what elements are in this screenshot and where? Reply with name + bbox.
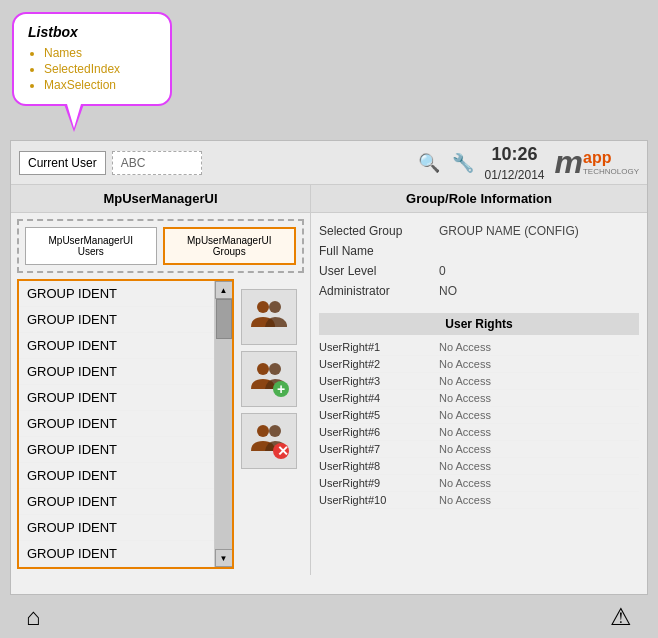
list-item[interactable]: GROUP IDENT	[19, 515, 214, 541]
full-name-label: Full Name	[319, 244, 439, 258]
tabs-row: MpUserManagerUI Users MpUserManagerUI Gr…	[17, 219, 304, 273]
svg-point-2	[257, 363, 269, 375]
rights-label: UserRight#2	[319, 358, 439, 370]
administrator-row: Administrator NO	[319, 281, 639, 301]
rights-value: No Access	[439, 375, 491, 387]
group-list: GROUP IDENTGROUP IDENTGROUP IDENTGROUP I…	[19, 281, 214, 567]
rights-value: No Access	[439, 426, 491, 438]
svg-point-3	[269, 363, 281, 375]
rights-label: UserRight#9	[319, 477, 439, 489]
remove-group-button[interactable]: ✕	[241, 413, 297, 469]
list-item[interactable]: GROUP IDENT	[19, 437, 214, 463]
tooltip-list: Names SelectedIndex MaxSelection	[28, 46, 156, 92]
footer-bar: ⌂ ⚠	[10, 594, 648, 638]
tab-groups[interactable]: MpUserManagerUI Groups	[163, 227, 297, 265]
list-item[interactable]: GROUP IDENT	[19, 333, 214, 359]
user-level-value: 0	[439, 264, 446, 278]
svg-point-1	[269, 301, 281, 313]
warning-icon[interactable]: ⚠	[610, 603, 632, 631]
list-item[interactable]: GROUP IDENT	[19, 359, 214, 385]
rights-row: UserRight#5No Access	[319, 407, 639, 424]
remove-group-icon: ✕	[247, 419, 291, 463]
rights-label: UserRight#3	[319, 375, 439, 387]
password-field[interactable]: ABC	[112, 151, 202, 175]
rights-label: UserRight#8	[319, 460, 439, 472]
logo-technology: TECHNOLOGY	[583, 167, 639, 176]
right-panel: Group/Role Information Selected Group GR…	[311, 185, 647, 575]
rights-table: UserRight#1No AccessUserRight#2No Access…	[311, 339, 647, 509]
header-bar: Current User ABC 🔍 🔧 10:26 01/12/2014 m …	[11, 141, 647, 185]
view-group-button[interactable]	[241, 289, 297, 345]
current-user-button[interactable]: Current User	[19, 151, 106, 175]
rights-label: UserRight#5	[319, 409, 439, 421]
svg-point-7	[269, 425, 281, 437]
logo-m: m	[555, 144, 583, 181]
info-table: Selected Group GROUP NAME (CONFIG) Full …	[311, 213, 647, 309]
rights-value: No Access	[439, 358, 491, 370]
left-panel-title: MpUserManagerUI	[11, 185, 310, 213]
rights-label: UserRight#10	[319, 494, 439, 506]
rights-row: UserRight#7No Access	[319, 441, 639, 458]
datetime: 10:26 01/12/2014	[484, 142, 544, 184]
rights-row: UserRight#3No Access	[319, 373, 639, 390]
rights-label: UserRight#7	[319, 443, 439, 455]
list-container: GROUP IDENTGROUP IDENTGROUP IDENTGROUP I…	[17, 279, 234, 569]
tooltip-item-names: Names	[44, 46, 156, 60]
rights-label: UserRight#4	[319, 392, 439, 404]
rights-value: No Access	[439, 341, 491, 353]
selected-group-row: Selected Group GROUP NAME (CONFIG)	[319, 221, 639, 241]
list-item[interactable]: GROUP IDENT	[19, 463, 214, 489]
right-panel-title: Group/Role Information	[311, 185, 647, 213]
tooltip-title: Listbox	[28, 24, 156, 40]
user-level-label: User Level	[319, 264, 439, 278]
rights-value: No Access	[439, 494, 491, 506]
rights-row: UserRight#8No Access	[319, 458, 639, 475]
logo-text-group: app TECHNOLOGY	[583, 149, 639, 176]
add-group-button[interactable]: +	[241, 351, 297, 407]
list-section: GROUP IDENTGROUP IDENTGROUP IDENTGROUP I…	[17, 279, 304, 569]
tooltip-item-max-selection: MaxSelection	[44, 78, 156, 92]
list-item[interactable]: GROUP IDENT	[19, 307, 214, 333]
home-icon[interactable]: ⌂	[26, 603, 41, 631]
rights-row: UserRight#9No Access	[319, 475, 639, 492]
search-icon[interactable]: 🔍	[418, 152, 440, 174]
scroll-track	[215, 299, 233, 549]
list-item[interactable]: GROUP IDENT	[19, 411, 214, 437]
rights-row: UserRight#6No Access	[319, 424, 639, 441]
date-display: 01/12/2014	[484, 167, 544, 184]
tab-users[interactable]: MpUserManagerUI Users	[25, 227, 157, 265]
user-rights-header: User Rights	[319, 313, 639, 335]
rights-label: UserRight#6	[319, 426, 439, 438]
full-name-row: Full Name	[319, 241, 639, 261]
scroll-thumb[interactable]	[216, 299, 232, 339]
rights-value: No Access	[439, 460, 491, 472]
content-area: MpUserManagerUI MpUserManagerUI Users Mp…	[11, 185, 647, 575]
rights-value: No Access	[439, 443, 491, 455]
rights-value: No Access	[439, 409, 491, 421]
add-group-icon: +	[247, 357, 291, 401]
list-item[interactable]: GROUP IDENT	[19, 541, 214, 567]
list-item[interactable]: GROUP IDENT	[19, 489, 214, 515]
selected-group-value: GROUP NAME (CONFIG)	[439, 224, 579, 238]
view-group-icon	[247, 295, 291, 339]
header-icons: 🔍 🔧	[418, 152, 474, 174]
svg-text:✕: ✕	[277, 443, 289, 459]
svg-point-6	[257, 425, 269, 437]
time-display: 10:26	[484, 142, 544, 167]
scroll-down-arrow[interactable]: ▼	[215, 549, 233, 567]
scroll-up-arrow[interactable]: ▲	[215, 281, 233, 299]
action-buttons: + ✕	[234, 279, 304, 569]
rights-label: UserRight#1	[319, 341, 439, 353]
left-panel: MpUserManagerUI MpUserManagerUI Users Mp…	[11, 185, 311, 575]
selected-group-label: Selected Group	[319, 224, 439, 238]
svg-text:+: +	[277, 381, 285, 397]
tooltip-box: Listbox Names SelectedIndex MaxSelection	[12, 12, 172, 106]
tooltip-arrow-inner	[67, 104, 81, 128]
logo-app: app	[583, 149, 611, 166]
list-item[interactable]: GROUP IDENT	[19, 385, 214, 411]
list-item[interactable]: GROUP IDENT	[19, 281, 214, 307]
mapp-logo: m app TECHNOLOGY	[555, 144, 639, 181]
rights-value: No Access	[439, 392, 491, 404]
svg-point-0	[257, 301, 269, 313]
settings-icon[interactable]: 🔧	[452, 152, 474, 174]
